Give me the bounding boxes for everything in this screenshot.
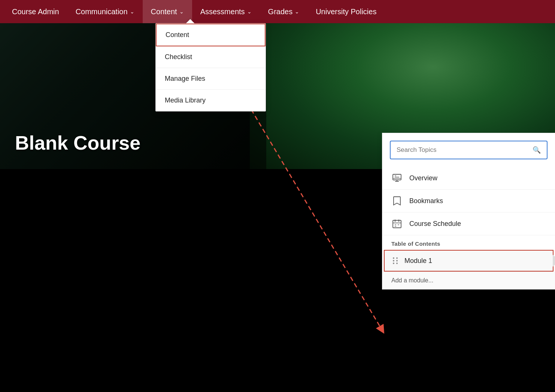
- chevron-down-icon: ⌄: [295, 9, 299, 15]
- panel-item-overview[interactable]: Overview: [382, 167, 555, 190]
- dropdown-item-content[interactable]: Content: [156, 24, 266, 46]
- nav-course-admin[interactable]: Course Admin: [9, 0, 67, 23]
- overview-icon: [391, 173, 403, 183]
- search-container: 🔍: [382, 141, 555, 167]
- panel-item-bookmarks[interactable]: Bookmarks: [382, 190, 555, 212]
- module-1-item[interactable]: Module 1: [384, 250, 554, 272]
- nav-content[interactable]: Content ⌄: [143, 0, 192, 23]
- svg-rect-6: [393, 220, 401, 228]
- calendar-icon: [391, 218, 403, 229]
- toc-header: Table of Contents: [382, 235, 555, 250]
- dropdown-item-checklist[interactable]: Checklist: [156, 46, 266, 68]
- drag-handle-icon: [392, 257, 399, 265]
- chevron-down-icon: ⌄: [130, 9, 134, 15]
- search-box[interactable]: 🔍: [390, 141, 548, 159]
- add-module-button[interactable]: Add a module...: [382, 272, 555, 289]
- search-icon: 🔍: [533, 146, 541, 154]
- nav-assessments[interactable]: Assessments ⌄: [192, 0, 260, 23]
- dropdown-item-manage-files[interactable]: Manage Files: [156, 68, 266, 90]
- nav-grades[interactable]: Grades ⌄: [260, 0, 308, 23]
- navbar: Course Admin Communication ⌄ Content ⌄ A…: [0, 0, 555, 23]
- dropdown-item-media-library[interactable]: Media Library: [156, 90, 266, 111]
- nav-university-policies[interactable]: University Policies: [307, 0, 385, 23]
- nav-communication[interactable]: Communication ⌄: [67, 0, 143, 23]
- chevron-down-icon: ⌄: [179, 9, 184, 15]
- right-panel: 🔍 Overview Bookmarks: [382, 133, 555, 290]
- content-dropdown: Content Checklist Manage Files Media Lib…: [155, 23, 266, 111]
- course-title: Blank Course: [15, 132, 140, 154]
- panel-item-course-schedule[interactable]: Course Schedule: [382, 212, 555, 235]
- bottom-dark-area: [0, 169, 300, 392]
- chevron-down-icon: ⌄: [247, 9, 252, 15]
- bookmark-icon: [391, 196, 403, 206]
- search-input[interactable]: [397, 146, 533, 154]
